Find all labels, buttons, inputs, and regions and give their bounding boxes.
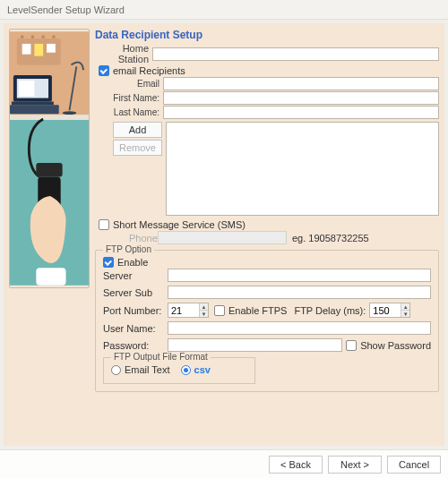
sms-label: Short Message Service (SMS) [113,219,246,230]
side-illustration [9,29,90,288]
device-illustration-icon [10,30,89,287]
recipients-listbox[interactable] [166,122,439,216]
svg-rect-7 [34,44,43,56]
ftp-delay-label: FTP Delay (ms): [294,305,366,316]
wizard-footer: < Back Next > Cancel [0,449,448,478]
ftp-enable-checkbox[interactable] [103,257,114,268]
window-title: LevelSender Setup Wizard [0,0,448,20]
show-password-label: Show Password [360,340,431,351]
enable-ftps-label: Enable FTPS [228,305,287,316]
window-body: Data Recipient Setup Home Station email … [0,20,448,449]
svg-point-17 [63,111,77,115]
server-sub-label: Server Sub [103,287,168,298]
home-station-label: Home Station [95,43,152,64]
ftp-enable-label: Enable [117,257,148,268]
sms-checkbox[interactable] [99,219,109,230]
svg-point-3 [30,35,34,38]
svg-rect-18 [36,163,62,177]
email-text-label: Email Text [125,364,170,375]
port-spinner[interactable]: ▲▼ [168,303,209,318]
server-label: Server [103,270,168,281]
csv-radio[interactable] [181,365,191,375]
svg-rect-10 [10,115,89,120]
ftp-group-title: FTP Option [103,244,154,254]
email-text-radio[interactable] [111,365,121,375]
password-input[interactable] [168,338,342,352]
svg-rect-13 [19,81,35,97]
csv-label: csv [194,364,211,375]
server-input[interactable] [168,269,431,282]
email-recipients-checkbox[interactable] [99,65,109,76]
email-input[interactable] [163,77,439,90]
svg-rect-20 [36,268,65,286]
svg-rect-8 [47,44,56,53]
form-area: Data Recipient Setup Home Station email … [95,29,439,440]
svg-rect-15 [10,105,59,114]
add-button[interactable]: Add [113,122,162,138]
username-input[interactable] [168,321,431,335]
first-name-label: First Name: [113,93,163,103]
chevron-down-icon[interactable]: ▼ [199,311,208,317]
server-sub-input[interactable] [168,286,431,299]
username-label: User Name: [103,323,168,334]
next-button[interactable]: Next > [328,456,382,474]
cancel-button[interactable]: Cancel [387,456,441,474]
chevron-up-icon[interactable]: ▲ [401,303,409,311]
svg-rect-6 [22,44,31,55]
email-recipients-label: email Recipients [113,65,185,76]
ftp-delay-spinner[interactable]: ▲▼ [369,303,410,318]
email-label: Email [113,79,163,89]
home-station-input[interactable] [152,47,439,61]
phone-label: Phone [129,233,158,243]
svg-point-4 [41,35,45,38]
file-format-title: FTP Output File Format [111,352,211,362]
last-name-label: Last Name: [113,107,163,117]
svg-point-2 [21,35,24,38]
phone-example: eg. 19058732255 [292,233,369,243]
show-password-checkbox[interactable] [346,340,357,351]
remove-button[interactable]: Remove [113,140,162,156]
chevron-down-icon[interactable]: ▼ [401,311,409,317]
svg-point-5 [52,35,56,38]
back-button[interactable]: < Back [269,456,323,474]
chevron-up-icon[interactable]: ▲ [199,303,208,311]
enable-ftps-checkbox[interactable] [214,305,225,316]
section-title: Data Recipient Setup [95,29,439,41]
first-name-input[interactable] [163,91,439,105]
phone-input [158,231,287,244]
file-format-group: FTP Output File Format Email Text csv [103,357,255,384]
content-pane: Data Recipient Setup Home Station email … [4,23,444,446]
svg-rect-14 [12,101,54,105]
last-name-input[interactable] [163,106,439,119]
ftp-group: FTP Option Enable Server Server Sub Port… [95,250,439,392]
password-label: Password: [103,340,168,351]
port-label: Port Number: [103,305,168,316]
